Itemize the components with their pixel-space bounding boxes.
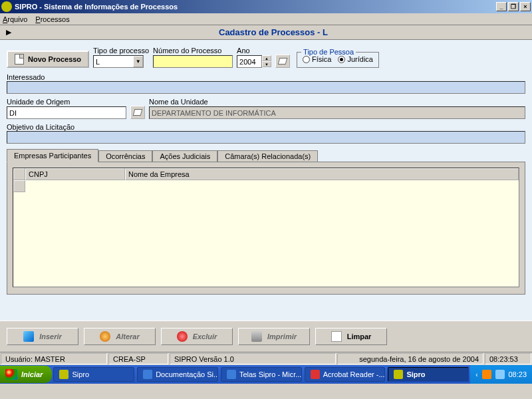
taskbar-item[interactable]: Acrobat Reader -... [305, 367, 386, 382]
workspace: Novo Processo Tipo de processo L ▼ Númer… [0, 40, 532, 321]
status-usuario: Usuário: MASTER [1, 353, 107, 364]
imprimir-button[interactable]: Imprimir [238, 328, 310, 345]
tray-icon[interactable] [495, 370, 505, 379]
nome-unidade-label: Nome da Unidade [149, 98, 525, 106]
word-icon [227, 370, 236, 379]
statusbar: Usuário: MASTER CREA-SP SIPRO Versão 1.0… [0, 352, 532, 365]
tipo-processo-label: Tipo de processo [93, 47, 149, 55]
tipo-processo-select[interactable]: L ▼ [93, 55, 144, 68]
eraser-button-2[interactable] [130, 106, 145, 119]
menubar: Arquivo Processos [0, 13, 532, 25]
numero-processo-input[interactable] [153, 55, 233, 68]
eraser-icon [133, 109, 143, 116]
page-title: Cadastro de Processos - L [15, 27, 532, 37]
minimize-button[interactable]: _ [496, 2, 507, 11]
ano-input[interactable] [237, 55, 262, 68]
ano-spinner[interactable]: ▲ ▼ [237, 55, 271, 68]
taskbar-item-active[interactable]: Sipro [388, 367, 469, 382]
window-title: SIPRO - Sistema de Informações de Proces… [15, 3, 496, 11]
window-titlebar: SIPRO - Sistema de Informações de Proces… [0, 0, 532, 13]
tab-acoes[interactable]: Ações Judiciais [152, 150, 217, 162]
grid-col-nome[interactable]: Nome da Empresa [125, 168, 519, 180]
play-icon[interactable]: ▶ [3, 27, 15, 39]
grid-row-selector[interactable] [13, 180, 25, 192]
alterar-button[interactable]: Alterar [84, 328, 156, 345]
app-icon [59, 370, 68, 379]
nome-unidade-field [149, 106, 525, 119]
clear-icon [331, 331, 342, 342]
interessado-input[interactable] [7, 81, 525, 94]
tray-expand-icon[interactable]: ‹ [475, 371, 477, 378]
status-hora: 08:23:53 [485, 353, 531, 364]
document-icon [15, 54, 24, 65]
tab-empresas[interactable]: Empresas Participantes [7, 149, 98, 162]
status-versao: SIPRO Versão 1.0 [170, 353, 336, 364]
tab-camaras[interactable]: Câmara(s) Relacionada(s) [217, 150, 318, 162]
grid-col-cnpj[interactable]: CNPJ [25, 168, 125, 180]
tray-clock[interactable]: 08:23 [509, 370, 527, 378]
tab-panel: CNPJ Nome da Empresa [7, 162, 525, 295]
delete-icon [177, 331, 188, 342]
taskbar-item[interactable]: Telas Sipro - Micr... [221, 367, 302, 382]
status-org: CREA-SP [108, 353, 168, 364]
word-icon [143, 370, 152, 379]
grid-selector-header [13, 168, 25, 180]
ano-label: Ano [237, 47, 271, 55]
eraser-button[interactable] [275, 55, 290, 68]
pdf-icon [311, 370, 320, 379]
novo-processo-button[interactable]: Novo Processo [7, 51, 89, 68]
chevron-down-icon: ▼ [133, 56, 143, 67]
eraser-icon [278, 58, 288, 65]
unidade-origem-label: Unidade de Origem [7, 98, 126, 106]
edit-icon [100, 331, 110, 342]
data-grid[interactable]: CNPJ Nome da Empresa [13, 168, 519, 287]
radio-juridica[interactable]: Jurídica [338, 55, 373, 63]
numero-processo-label: Número do Processo [153, 47, 233, 55]
menu-processos[interactable]: Processos [35, 15, 69, 23]
objetivo-label: Objetivo da Licitação [7, 123, 74, 131]
print-icon [251, 331, 262, 342]
close-button[interactable]: × [520, 2, 531, 11]
novo-processo-label: Novo Processo [28, 55, 81, 63]
tab-ocorrencias[interactable]: Ocorrências [98, 150, 152, 162]
spinner-up-icon[interactable]: ▲ [262, 55, 271, 61]
taskbar-item[interactable]: Documentação Si... [137, 367, 218, 382]
restore-button[interactable]: ❐ [508, 2, 519, 11]
taskbar: Iniciar Sipro Documentação Si... Telas S… [0, 365, 532, 384]
start-button[interactable]: Iniciar [0, 366, 52, 383]
status-data: segunda-feira, 16 de agosto de 2004 [337, 353, 483, 364]
radio-icon [303, 56, 310, 63]
app-icon [1, 1, 12, 12]
header-row: ▶ Cadastro de Processos - L [0, 25, 532, 40]
tipo-pessoa-legend: Tipo de Pessoa [301, 48, 356, 56]
button-bar: Inserir Alterar Excluir Imprimir Limpar [0, 321, 532, 352]
objetivo-input[interactable] [7, 131, 525, 144]
system-tray[interactable]: ‹ 08:23 [470, 365, 532, 384]
taskbar-item[interactable]: Sipro [53, 367, 134, 382]
excluir-button[interactable]: Excluir [161, 328, 233, 345]
radio-fisica[interactable]: Física [303, 55, 331, 63]
inserir-button[interactable]: Inserir [7, 328, 78, 345]
interessado-label: Interessado [7, 73, 45, 81]
spinner-down-icon[interactable]: ▼ [262, 61, 271, 67]
limpar-button[interactable]: Limpar [315, 328, 387, 345]
tabstrip: Empresas Participantes Ocorrências Ações… [7, 149, 525, 162]
unidade-origem-input[interactable] [7, 106, 126, 119]
tray-icon[interactable] [482, 370, 491, 379]
menu-arquivo[interactable]: Arquivo [3, 15, 27, 23]
windows-icon [5, 369, 17, 380]
radio-icon [338, 56, 345, 63]
app-icon [394, 370, 403, 379]
insert-icon [23, 331, 34, 342]
